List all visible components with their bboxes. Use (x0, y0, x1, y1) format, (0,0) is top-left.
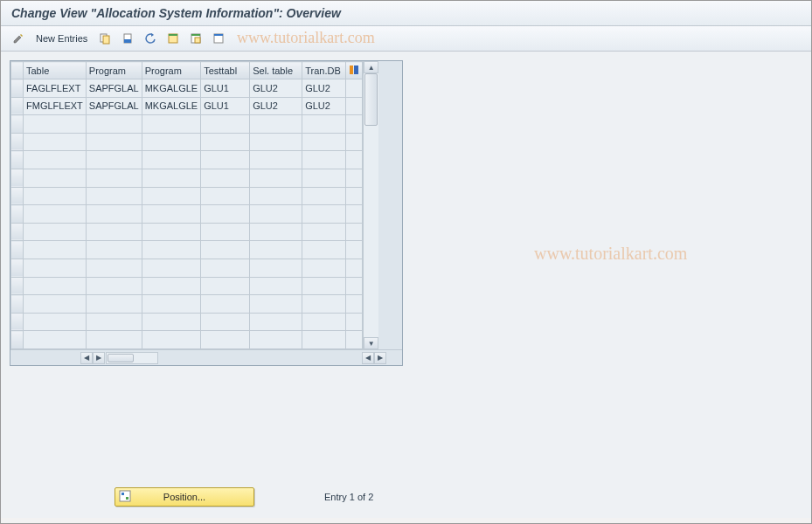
cell-empty[interactable] (86, 205, 142, 224)
cell-empty[interactable] (142, 223, 201, 241)
cell-empty[interactable] (302, 331, 346, 349)
cell-empty[interactable] (24, 331, 87, 349)
cell[interactable]: GLU2 (302, 97, 346, 115)
table-row-empty[interactable] (11, 259, 363, 277)
cell-empty[interactable] (142, 133, 201, 151)
cell-empty[interactable] (250, 259, 302, 277)
col-header[interactable]: Program (86, 62, 142, 79)
row-selector[interactable] (11, 313, 24, 331)
scroll-track[interactable] (364, 73, 378, 337)
cell-empty[interactable] (142, 169, 201, 187)
cell[interactable]: SAPFGLAL (86, 79, 142, 98)
table-row-empty[interactable] (11, 277, 363, 295)
cell-empty[interactable] (142, 115, 201, 134)
cell-empty[interactable] (86, 223, 142, 241)
horizontal-scrollbar[interactable]: ◀ ▶ ◀ ▶ (10, 349, 402, 365)
table-row-empty[interactable] (11, 223, 363, 241)
cell-empty[interactable] (142, 295, 201, 314)
cell-empty[interactable] (302, 151, 346, 169)
cell[interactable]: SAPFGLAL (86, 97, 142, 115)
col-header[interactable]: Table (24, 62, 87, 79)
table-row-empty[interactable] (11, 151, 363, 169)
cell-empty[interactable] (24, 151, 87, 169)
cell-empty[interactable] (201, 223, 250, 241)
cell-empty[interactable] (250, 151, 302, 169)
cell-empty[interactable] (24, 205, 87, 224)
cell-empty[interactable] (250, 241, 302, 259)
cell-empty[interactable] (201, 241, 250, 259)
cell-empty[interactable] (142, 241, 201, 259)
delete-icon[interactable] (119, 30, 136, 47)
table-row-empty[interactable] (11, 169, 363, 187)
hscroll-thumb[interactable] (108, 354, 134, 362)
cell-empty[interactable] (86, 187, 142, 205)
cell-empty[interactable] (201, 277, 250, 295)
vertical-scrollbar[interactable]: ▲ ▼ (363, 61, 378, 349)
cell-empty[interactable] (302, 259, 346, 277)
cell[interactable]: MKGALGLE (142, 79, 201, 98)
row-selector[interactable] (11, 241, 24, 259)
cell[interactable]: GLU1 (201, 97, 250, 115)
cell[interactable]: FAGLFLEXT (24, 79, 87, 98)
col-header[interactable]: Testtabl (201, 62, 250, 79)
table-row[interactable]: FMGLFLEXTSAPFGLALMKGALGLEGLU1GLU2GLU2 (11, 97, 363, 115)
cell-empty[interactable] (250, 331, 302, 349)
table-row-empty[interactable] (11, 115, 363, 134)
cell-empty[interactable] (86, 295, 142, 314)
cell-empty[interactable] (302, 223, 346, 241)
table-row-empty[interactable] (11, 187, 363, 205)
new-entries-button[interactable]: New Entries (32, 31, 91, 45)
row-selector[interactable] (11, 277, 24, 295)
scroll-down-icon[interactable]: ▼ (364, 337, 378, 349)
cell-empty[interactable] (302, 187, 346, 205)
cell-empty[interactable] (24, 295, 87, 314)
cell-empty[interactable] (86, 241, 142, 259)
cell-empty[interactable] (142, 205, 201, 224)
row-selector[interactable] (11, 295, 24, 314)
cell-empty[interactable] (86, 331, 142, 349)
row-selector[interactable] (11, 223, 24, 241)
row-selector[interactable] (11, 79, 24, 98)
cell[interactable]: MKGALGLE (142, 97, 201, 115)
cell-empty[interactable] (24, 133, 87, 151)
cell-empty[interactable] (250, 223, 302, 241)
cell-empty[interactable] (24, 241, 87, 259)
table-row[interactable]: FAGLFLEXTSAPFGLALMKGALGLEGLU1GLU2GLU2 (11, 79, 363, 98)
cell-empty[interactable] (201, 259, 250, 277)
col-header[interactable]: Tran.DB (302, 62, 346, 79)
cell-empty[interactable] (201, 151, 250, 169)
table-row-empty[interactable] (11, 295, 363, 314)
deselect-all-icon[interactable] (210, 30, 227, 47)
cell-empty[interactable] (142, 151, 201, 169)
cell-empty[interactable] (24, 223, 87, 241)
cell-empty[interactable] (142, 187, 201, 205)
data-grid[interactable]: Table Program Program Testtabl Sel. tabl… (10, 61, 363, 349)
cell-empty[interactable] (201, 205, 250, 224)
table-row-empty[interactable] (11, 241, 363, 259)
cell-empty[interactable] (302, 205, 346, 224)
cell-empty[interactable] (142, 277, 201, 295)
cell[interactable]: GLU2 (302, 79, 346, 98)
cell-empty[interactable] (250, 277, 302, 295)
cell[interactable]: GLU2 (250, 79, 302, 98)
cell-empty[interactable] (302, 277, 346, 295)
col-header[interactable]: Program (142, 62, 201, 79)
copy-as-icon[interactable] (96, 30, 114, 47)
scroll-left-icon[interactable]: ◀ (80, 352, 93, 364)
cell-empty[interactable] (86, 169, 142, 187)
cell-empty[interactable] (24, 115, 87, 134)
cell-empty[interactable] (250, 205, 302, 224)
cell-empty[interactable] (250, 187, 302, 205)
cell-empty[interactable] (302, 313, 346, 331)
cell-empty[interactable] (86, 151, 142, 169)
table-row-empty[interactable] (11, 205, 363, 224)
cell-empty[interactable] (302, 295, 346, 314)
cell-empty[interactable] (250, 115, 302, 134)
cell-empty[interactable] (250, 169, 302, 187)
cell-empty[interactable] (302, 241, 346, 259)
cell-empty[interactable] (142, 259, 201, 277)
scroll-right2-icon[interactable]: ▶ (374, 352, 386, 364)
cell-empty[interactable] (201, 133, 250, 151)
row-selector[interactable] (11, 169, 24, 187)
select-block-icon[interactable] (187, 30, 205, 47)
